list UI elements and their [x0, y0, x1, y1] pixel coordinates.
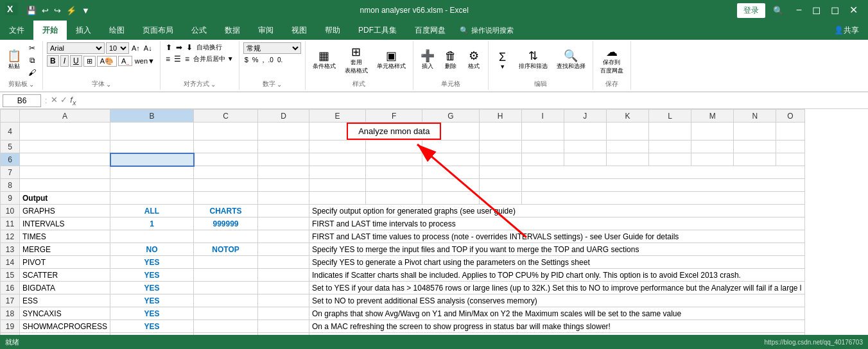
cell-d6[interactable]	[258, 153, 309, 166]
font-shrink-button[interactable]: A↓	[143, 44, 153, 53]
cell-b7[interactable]	[110, 166, 194, 179]
col-header-h[interactable]: H	[479, 110, 521, 123]
cell-o6[interactable]	[776, 153, 804, 166]
save-icon[interactable]: 💾	[24, 4, 39, 17]
font-grow-button[interactable]: A↑	[130, 44, 141, 53]
cell-a14[interactable]: PIVOT	[20, 256, 110, 269]
underline-button[interactable]: U	[70, 55, 82, 67]
cell-g8[interactable]	[422, 179, 479, 192]
paste-button[interactable]: 📋 粘贴	[4, 48, 24, 72]
cell-g9[interactable]	[422, 192, 479, 205]
tab-review[interactable]: 审阅	[249, 21, 282, 40]
cell-c5[interactable]	[194, 140, 258, 153]
font-size-select[interactable]: 10	[106, 42, 129, 54]
format-painter-button[interactable]: 🖌	[26, 67, 39, 78]
tab-help[interactable]: 帮助	[316, 21, 349, 40]
tab-draw[interactable]: 绘图	[100, 21, 134, 40]
font-family-select[interactable]: Arial	[47, 42, 105, 54]
maximize-button[interactable]: ◻	[826, 4, 844, 17]
cell-a16[interactable]: BIGDATA	[20, 282, 110, 294]
cell-h8[interactable]	[479, 179, 521, 192]
cell-a5[interactable]	[20, 140, 110, 153]
cell-h7[interactable]	[479, 166, 521, 179]
cell-c16[interactable]	[194, 282, 258, 294]
cell-a7[interactable]	[20, 166, 110, 179]
cell-b11[interactable]: 1	[110, 217, 194, 230]
cell-c8[interactable]	[194, 179, 258, 192]
cell-e6[interactable]	[309, 153, 366, 166]
cell-n4[interactable]	[734, 123, 776, 140]
cell-k4[interactable]	[606, 123, 648, 140]
cell-b12[interactable]	[110, 230, 194, 243]
alignment-expand-icon[interactable]: ⌄	[211, 81, 216, 88]
cell-c6[interactable]	[194, 153, 258, 166]
cell-a9[interactable]: Output	[20, 192, 110, 205]
minimize-button[interactable]: −	[791, 4, 807, 17]
cell-b15[interactable]: YES	[110, 269, 194, 282]
cell-d19[interactable]	[258, 320, 309, 333]
format-as-table-button[interactable]: ⊞ 套用表格格式	[342, 44, 371, 77]
cell-m4[interactable]	[691, 123, 734, 140]
cell-h5[interactable]	[479, 140, 521, 153]
col-header-n[interactable]: N	[734, 110, 776, 123]
formula-input[interactable]	[78, 96, 865, 106]
cell-b17[interactable]: YES	[110, 294, 194, 307]
tab-insert[interactable]: 插入	[67, 21, 100, 40]
col-header-k[interactable]: K	[606, 110, 648, 123]
cell-b19[interactable]: YES	[110, 320, 194, 333]
cell-d11[interactable]	[258, 217, 309, 230]
cell-c11[interactable]: 999999	[194, 217, 258, 230]
percent-button[interactable]: %	[251, 55, 260, 64]
cell-b4[interactable]	[110, 123, 194, 140]
align-middle-button[interactable]: ➡	[175, 42, 184, 53]
cell-a6[interactable]	[20, 153, 110, 166]
cell-c12[interactable]	[194, 230, 258, 243]
cell-o4[interactable]	[776, 123, 804, 140]
cell-j4[interactable]	[564, 123, 606, 140]
cell-g6[interactable]	[422, 153, 479, 166]
col-header-c[interactable]: C	[194, 110, 258, 123]
col-header-e[interactable]: E	[309, 110, 366, 123]
cell-b14[interactable]: YES	[110, 256, 194, 269]
cell-d8[interactable]	[258, 179, 309, 192]
analyze-nmon-button[interactable]: Analyze nmon data	[347, 123, 441, 140]
cell-d7[interactable]	[258, 166, 309, 179]
cell-a10[interactable]: GRAPHS	[20, 205, 110, 217]
cell-c13[interactable]: NOTOP	[194, 243, 258, 256]
tab-view[interactable]: 视图	[282, 21, 316, 40]
font-color-button[interactable]: A_	[118, 56, 132, 66]
cell-c18[interactable]	[194, 307, 258, 320]
tab-share[interactable]: 👤 共享	[825, 21, 868, 40]
cell-d13[interactable]	[258, 243, 309, 256]
redo-icon[interactable]: ↪	[52, 4, 63, 17]
cell-c17[interactable]	[194, 294, 258, 307]
cell-b6[interactable]	[110, 153, 194, 166]
cell-d16[interactable]	[258, 282, 309, 294]
tab-pdf[interactable]: PDF工具集	[349, 21, 406, 40]
cell-b18[interactable]: YES	[110, 307, 194, 320]
cell-styles-button[interactable]: ▣ 单元格样式	[374, 48, 409, 72]
cell-d15[interactable]	[258, 269, 309, 282]
cell-i6[interactable]	[521, 153, 564, 166]
cell-d10[interactable]	[258, 205, 309, 217]
cell-b5[interactable]	[110, 140, 194, 153]
cell-c7[interactable]	[194, 166, 258, 179]
clipboard-expand-icon[interactable]: ⌄	[29, 81, 34, 88]
cell-a19[interactable]: SHOWMACPROGRESS	[20, 320, 110, 333]
cut-button[interactable]: ✂	[26, 42, 39, 54]
search-icon[interactable]: 🔍	[769, 6, 787, 15]
col-header-o[interactable]: O	[776, 110, 804, 123]
insert-function-icon[interactable]: fx	[70, 95, 76, 106]
sum-button[interactable]: Σ ▼	[492, 49, 513, 72]
undo-icon[interactable]: ↩	[40, 4, 51, 17]
cell-a18[interactable]: SYNCAXIS	[20, 307, 110, 320]
cell-d14[interactable]	[258, 256, 309, 269]
currency-button[interactable]: $	[243, 55, 250, 64]
cell-n5[interactable]	[734, 140, 776, 153]
tab-formula[interactable]: 公式	[182, 21, 216, 40]
align-bottom-button[interactable]: ⬇	[185, 42, 194, 53]
cell-j6[interactable]	[564, 153, 606, 166]
delete-button[interactable]: 🗑 删除	[440, 48, 461, 72]
cell-g7[interactable]	[422, 166, 479, 179]
cell-d12[interactable]	[258, 230, 309, 243]
